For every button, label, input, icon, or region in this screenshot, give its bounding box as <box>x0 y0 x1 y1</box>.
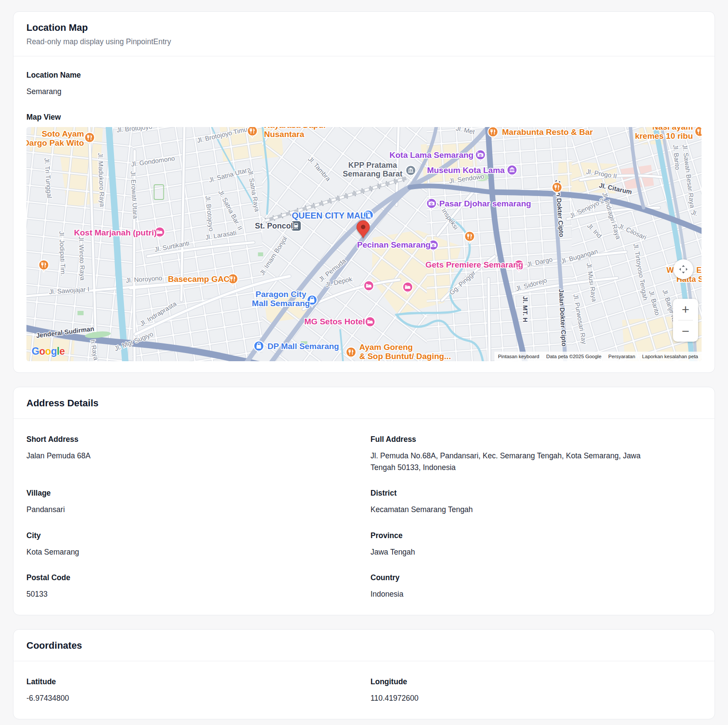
field-label: Postal Code <box>26 573 358 582</box>
poi-label-basecamp-gac[interactable]: Basecamp GAC <box>168 274 230 284</box>
poi-label-hatta-e[interactable]: E <box>696 266 702 274</box>
poi-label-mg-setos[interactable]: MG Setos Hotel <box>304 317 365 326</box>
field-label: Latitude <box>26 677 358 686</box>
poi-label-pasar-djohar[interactable]: Pasar Djohar semarang <box>439 199 531 208</box>
poi-label-kota-lama[interactable]: Kota Lama Semarang <box>390 150 474 160</box>
coordinates-card-title: Coordinates <box>26 640 702 651</box>
street-label-mt-h: Jl. MT. H <box>522 296 529 322</box>
google-logo-letter: e <box>59 346 65 357</box>
map-pan-control[interactable] <box>673 259 693 279</box>
field-label: Province <box>370 531 702 540</box>
address-card-body: Short AddressJalan Pemuda 68AFull Addres… <box>13 419 715 615</box>
field-label: Full Address <box>370 434 702 444</box>
field-label: Village <box>26 488 358 498</box>
field-value: Jl. Pemuda No.68A, Pandansari, Kec. Sema… <box>370 450 665 474</box>
address-card-header: Address Details <box>13 387 715 419</box>
location-name-value: Semarang <box>26 86 702 98</box>
poi-label-kost-marjanah[interactable]: Kost Marjanah (putri) <box>74 228 157 237</box>
location-map-card-header: Location Map Read-only map display using… <box>13 12 715 56</box>
field-village: VillagePandansari <box>26 488 358 516</box>
poi-label-pecinan[interactable]: Pecinan Semarang <box>357 240 431 249</box>
map-view-label: Map View <box>26 112 702 122</box>
map-canvas: Jl. BrotojoyoJl. Brotojoyo Timur IIJl. T… <box>26 127 702 361</box>
location-name-field: Location Name Semarang <box>26 70 702 98</box>
map-zoom-control: + − <box>673 299 698 342</box>
coordinates-card-header: Coordinates <box>13 630 715 661</box>
poi-label-paragon[interactable]: Paragon CityMall Semarang <box>252 290 310 308</box>
address-card-title: Address Details <box>26 398 702 409</box>
field-label: District <box>370 488 702 498</box>
poi-label-st-poncol[interactable]: St. Poncol <box>255 222 293 230</box>
field-short-address: Short AddressJalan Pemuda 68A <box>26 434 358 474</box>
field-longitude: Longitude110.41972600 <box>370 677 702 704</box>
field-postal-code: Postal Code50133 <box>26 573 358 600</box>
field-province: ProvinceJawa Tengah <box>370 531 702 558</box>
field-latitude: Latitude-6.97434800 <box>26 677 358 704</box>
poi-label-gets-premiere[interactable]: Gets Premiere Semarang <box>426 260 523 269</box>
google-logo-letter: g <box>51 346 57 357</box>
coordinates-fields-grid: Latitude-6.97434800Longitude110.41972600 <box>26 677 702 704</box>
page-title: Location Map <box>26 22 702 33</box>
map-zoom-in-button[interactable]: + <box>673 299 698 320</box>
google-logo-letter: G <box>32 346 39 357</box>
field-label: Short Address <box>26 434 358 444</box>
field-value: 110.41972600 <box>370 692 665 704</box>
field-full-address: Full AddressJl. Pemuda No.68A, Pandansar… <box>370 434 702 474</box>
poi-label-museum-kota-lama[interactable]: Museum Kota Lama <box>427 166 505 175</box>
poi-label-marabunta[interactable]: Marabunta Resto & Bar <box>502 127 593 137</box>
field-label: Country <box>370 573 702 582</box>
keyboard-shortcuts-button[interactable]: Pintasan keyboard <box>498 354 539 359</box>
coordinates-card-body: Latitude-6.97434800Longitude110.41972600 <box>13 661 715 719</box>
page: { "location_map_card": { "title": "Locat… <box>0 0 728 725</box>
poi-label-dp-mall[interactable]: DP Mall Semarang <box>267 342 339 351</box>
coordinates-card: Coordinates Latitude-6.97434800Longitude… <box>13 629 715 719</box>
google-logo-letter: o <box>39 346 45 357</box>
pan-arrows-icon <box>678 264 689 275</box>
field-country: CountryIndonesia <box>370 573 702 600</box>
field-value: Pandansari <box>26 504 321 516</box>
poi-label-kpp-pratama[interactable]: KPP PratamaSemarang Barat <box>343 161 403 178</box>
address-fields-grid: Short AddressJalan Pemuda 68AFull Addres… <box>26 434 702 600</box>
street-label-jodipati: Jl. Jodipati Tim. <box>58 231 67 276</box>
field-value: Kota Semarang <box>26 546 321 558</box>
field-value: Jalan Pemuda 68A <box>26 450 321 462</box>
location-map-card: Location Map Read-only map display using… <box>13 11 715 373</box>
field-value: 50133 <box>26 588 321 600</box>
google-logo[interactable]: Google <box>32 346 65 357</box>
location-name-label: Location Name <box>26 70 702 80</box>
map-zoom-out-button[interactable]: − <box>673 320 698 342</box>
field-label: Longitude <box>370 677 702 686</box>
field-label: City <box>26 531 358 540</box>
field-value: -6.97434800 <box>26 692 321 704</box>
field-value: Indonesia <box>370 588 665 600</box>
field-value: Kecamatan Semarang Tengah <box>370 504 665 516</box>
report-map-error-link[interactable]: Laporkan kesalahan peta <box>642 354 698 359</box>
map-view[interactable]: Jl. BrotojoyoJl. Brotojoyo Timur IIJl. T… <box>26 127 702 361</box>
terms-link[interactable]: Persyaratan <box>608 354 635 359</box>
poi-label-queen-city-mall[interactable]: QUEEN CITY MALL <box>292 211 371 220</box>
page-subtitle: Read-only map display using PinpointEntr… <box>26 37 702 46</box>
map-attribution: Pintasan keyboardData peta ©2025 GoogleP… <box>494 352 702 361</box>
field-city: CityKota Semarang <box>26 531 358 558</box>
field-value: Jawa Tengah <box>370 546 665 558</box>
address-details-card: Address Details Short AddressJalan Pemud… <box>13 387 715 615</box>
location-map-card-body: Location Name Semarang Map View <box>13 56 715 372</box>
poi-label-hatta-w[interactable]: W <box>666 266 674 274</box>
map-data-copyright: Data peta ©2025 Google <box>546 354 601 359</box>
google-logo-letter: o <box>45 346 51 357</box>
field-district: DistrictKecamatan Semarang Tengah <box>370 488 702 516</box>
street-label-wiroto: Jl. Wiroto Raya <box>78 236 87 281</box>
